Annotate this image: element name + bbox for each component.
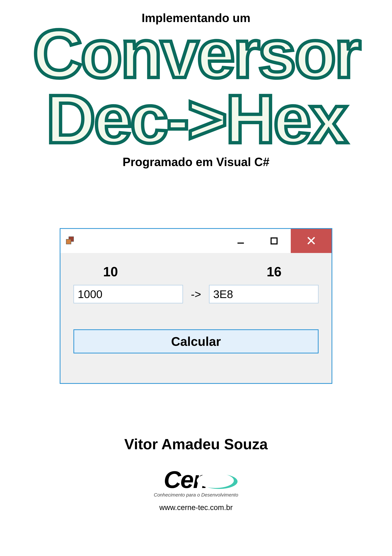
calculate-button[interactable]: Calcular xyxy=(73,329,319,353)
hex-base-label: 16 xyxy=(267,264,282,279)
title-line-1: Conversor xyxy=(33,21,359,86)
hex-output[interactable]: 3E8 xyxy=(209,285,319,303)
window-controls: ✕ xyxy=(224,229,331,253)
minimize-button[interactable] xyxy=(224,229,257,253)
close-icon: ✕ xyxy=(306,233,317,248)
decimal-input[interactable]: 1000 xyxy=(73,285,183,303)
app-icon xyxy=(66,237,75,245)
logo-url: www.cerne-tec.com.br xyxy=(159,503,233,512)
book-cover: Implementando um Conversor Dec->Hex Prog… xyxy=(0,0,392,556)
titlebar[interactable]: ✕ xyxy=(61,229,331,253)
maximize-button[interactable] xyxy=(257,229,291,253)
svg-point-3 xyxy=(197,473,234,488)
app-window: ✕ 10 16 1000 -> 3E8 Calcular xyxy=(60,228,332,384)
close-button[interactable]: ✕ xyxy=(291,229,331,253)
svg-rect-1 xyxy=(271,238,277,244)
decimal-base-label: 10 xyxy=(103,264,118,279)
author-name: Vitor Amadeu Souza xyxy=(124,436,267,453)
logo-swoosh-icon xyxy=(191,471,239,492)
form-body: 10 16 1000 -> 3E8 Calcular xyxy=(61,253,331,363)
title-line-2: Dec->Hex xyxy=(46,86,346,152)
publisher-logo: Cerne Conhecimento para o Desenvolviment… xyxy=(154,466,238,512)
arrow-label: -> xyxy=(188,288,204,301)
subtitle: Programado em Visual C# xyxy=(123,155,269,169)
